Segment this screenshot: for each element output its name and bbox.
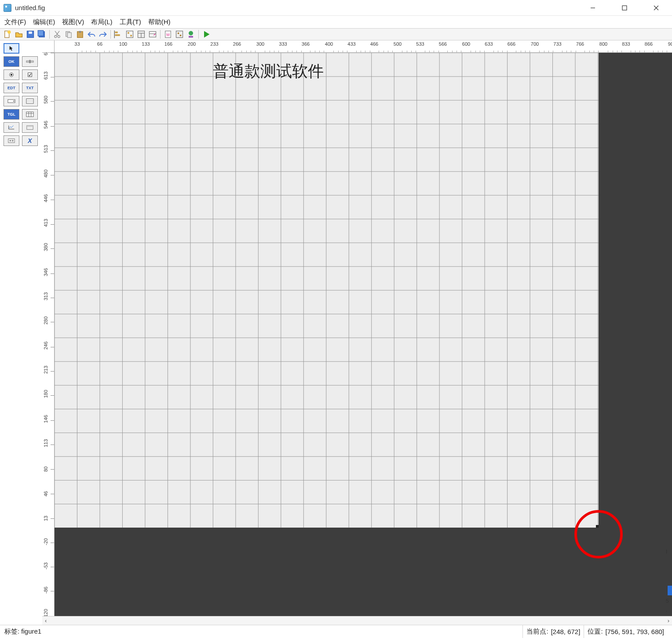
svg-rect-31	[176, 31, 183, 38]
svg-rect-42	[26, 99, 33, 104]
svg-point-13	[58, 36, 60, 38]
m-file-icon[interactable]: M	[163, 29, 173, 39]
open-folder-icon[interactable]	[14, 29, 24, 39]
svg-rect-37	[29, 60, 31, 63]
copy-icon[interactable]	[64, 29, 73, 39]
palette-edit-text[interactable]: EDT	[4, 83, 19, 93]
edge-letter: 5	[666, 598, 672, 604]
workarea: 3366100133166200233266300333366400433466…	[42, 40, 672, 625]
menu-layout[interactable]: 布局(L)	[91, 18, 112, 26]
menu-edit[interactable]: 编辑(E)	[33, 18, 55, 26]
status-position-value: [756, 591, 793, 680]	[606, 628, 664, 635]
close-button[interactable]	[647, 1, 665, 15]
edge-letter: I	[666, 549, 672, 555]
svg-rect-45	[26, 112, 33, 117]
window-title: untitled.fig	[15, 4, 584, 11]
status-tag-label: 标签:	[4, 627, 19, 635]
status-current-point: 当前点: [248, 672]	[522, 625, 584, 638]
svg-text:M: M	[166, 33, 169, 37]
palette-popup-menu[interactable]	[4, 96, 19, 106]
palette-toggle-button[interactable]: TGL	[4, 109, 19, 120]
horizontal-ruler[interactable]: 3366100133166200233266300333366400433466…	[55, 40, 672, 53]
save-all-icon[interactable]	[37, 29, 47, 39]
select-tool[interactable]	[4, 43, 19, 54]
palette-panel[interactable]	[22, 122, 38, 133]
svg-point-52	[10, 140, 11, 142]
menubar: 文件(F) 编辑(E) 视图(V) 布局(L) 工具(T) 帮助(H)	[0, 16, 672, 28]
redo-icon[interactable]	[98, 29, 108, 39]
palette-activex[interactable]: X	[22, 135, 38, 146]
statusbar: 标签: figure1 当前点: [248, 672] 位置: [756, 59…	[0, 625, 672, 638]
svg-point-5	[7, 30, 11, 34]
svg-rect-40	[28, 73, 32, 77]
titlebar: untitled.fig	[0, 0, 672, 16]
run-icon[interactable]	[201, 29, 211, 39]
menu-view[interactable]: 视图(V)	[62, 18, 84, 26]
component-palette: OK EDT TXT TGL X	[0, 40, 42, 625]
svg-point-34	[189, 31, 193, 36]
align-icon[interactable]	[113, 29, 123, 39]
toolbar-separator	[110, 30, 111, 39]
svg-rect-18	[115, 32, 118, 33]
annotation-circle	[574, 510, 623, 558]
palette-listbox[interactable]	[22, 96, 38, 106]
scroll-left-icon[interactable]: ‹	[45, 617, 47, 624]
status-current-point-label: 当前点:	[526, 627, 548, 636]
figure-background[interactable]: 普通款测试软件	[55, 53, 599, 528]
status-position-label: 位置:	[588, 627, 603, 636]
menu-tools[interactable]: 工具(T)	[120, 18, 141, 26]
vertical-ruler[interactable]: 6466135805465134804464133803463132802462…	[42, 53, 55, 616]
palette-radio-button[interactable]	[4, 69, 19, 80]
grid-overlay	[55, 53, 599, 528]
minimize-button[interactable]	[584, 1, 602, 15]
canvas-title-label[interactable]: 普通款测试软件	[213, 61, 324, 82]
menu-help[interactable]: 帮助(H)	[148, 18, 171, 26]
scroll-right-icon[interactable]: ›	[668, 617, 669, 624]
horizontal-scrollbar[interactable]: ‹ ›	[42, 616, 672, 625]
menu-file[interactable]: 文件(F)	[4, 18, 26, 26]
palette-static-text[interactable]: TXT	[22, 83, 38, 93]
palette-push-button[interactable]: OK	[4, 56, 19, 67]
svg-rect-19	[115, 34, 120, 36]
save-icon[interactable]	[26, 29, 35, 39]
color-icon[interactable]	[186, 29, 196, 39]
svg-rect-35	[189, 36, 193, 38]
svg-point-12	[55, 36, 57, 38]
ruler-corner	[42, 40, 55, 53]
main-area: OK EDT TXT TGL X 336610013316	[0, 40, 672, 625]
paste-icon[interactable]	[75, 29, 85, 39]
status-current-point-value: [248, 672]	[551, 628, 581, 635]
object-browser-icon[interactable]	[175, 29, 184, 39]
svg-rect-23	[130, 35, 132, 36]
status-position: 位置: [756, 591, 793, 680]	[584, 625, 668, 638]
window-buttons	[584, 1, 668, 15]
distribute-icon[interactable]	[125, 29, 135, 39]
app-icon	[4, 4, 11, 12]
toolbar-separator	[198, 30, 199, 39]
property-icon[interactable]	[148, 29, 157, 39]
new-file-icon[interactable]	[3, 29, 12, 39]
svg-rect-17	[79, 31, 81, 33]
status-tag: 标签: figure1	[4, 627, 522, 636]
layout-editor-icon[interactable]	[136, 29, 146, 39]
svg-rect-21	[127, 31, 133, 38]
palette-checkbox[interactable]	[22, 69, 38, 80]
palette-slider[interactable]	[22, 56, 38, 67]
design-canvas[interactable]: 普通款测试软件	[55, 53, 672, 616]
svg-point-39	[11, 74, 12, 76]
svg-rect-1	[622, 6, 627, 10]
maximize-button[interactable]	[616, 1, 633, 15]
undo-icon[interactable]	[87, 29, 96, 39]
svg-point-32	[178, 33, 179, 34]
cut-icon[interactable]	[52, 29, 62, 39]
palette-button-group[interactable]	[4, 135, 19, 146]
edge-letter: .	[666, 607, 672, 613]
edge-blue-sliver	[668, 586, 672, 595]
status-tag-value: figure1	[21, 627, 41, 635]
palette-axes[interactable]	[4, 122, 19, 133]
svg-rect-9	[38, 30, 44, 36]
palette-table[interactable]	[22, 109, 38, 120]
svg-rect-50	[27, 126, 33, 127]
toolbar-separator	[160, 30, 161, 39]
svg-point-33	[180, 35, 182, 36]
